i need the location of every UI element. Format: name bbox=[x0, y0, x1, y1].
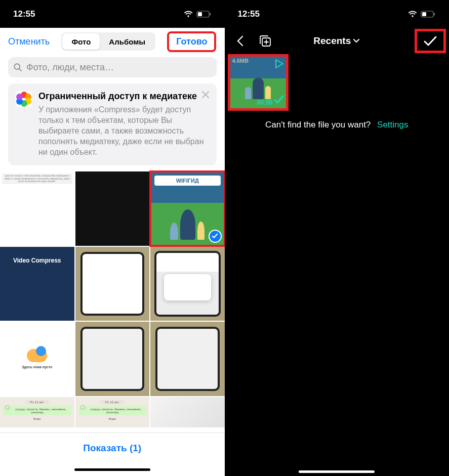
photo-picker-sheet: Отменить Фото Альбомы Готово Фото, люди,… bbox=[0, 28, 225, 476]
svg-rect-6 bbox=[422, 12, 426, 16]
status-time: 12:55 bbox=[238, 9, 260, 19]
search-input[interactable]: Фото, люди, места… bbox=[8, 57, 217, 77]
svg-line-4 bbox=[19, 69, 21, 71]
picker-nav: Отменить Фото Альбомы Готово bbox=[0, 28, 225, 55]
video-size: 4.6MB bbox=[232, 58, 249, 64]
card-text: У приложения «Compress» будет доступ тол… bbox=[38, 104, 210, 158]
home-indicator bbox=[225, 470, 450, 473]
segment-control[interactable]: Фото Альбомы bbox=[61, 32, 155, 51]
search-placeholder: Фото, люди, места… bbox=[26, 62, 114, 73]
add-collection-icon bbox=[259, 34, 272, 48]
chevron-down-icon bbox=[353, 38, 360, 44]
hint-row: Can't find the file you want? Settings bbox=[225, 120, 450, 130]
thumb[interactable]: Пт, 11 окт. огурцы, капуста, бананы, пел… bbox=[0, 397, 74, 427]
card-title: Ограниченный доступ к медиатеке bbox=[38, 91, 210, 102]
thumb[interactable]: Здесь пока пусто bbox=[0, 322, 74, 396]
check-icon bbox=[209, 230, 222, 243]
left-phone: 12:55 Отменить Фото Альбомы Готово Фото,… bbox=[0, 0, 225, 476]
video-thumb-selected[interactable]: 4.6MB 00:05 bbox=[228, 54, 289, 111]
home-indicator bbox=[0, 463, 225, 476]
done-button[interactable]: Готово bbox=[167, 31, 216, 52]
status-bar: 12:55 bbox=[0, 0, 225, 28]
svg-point-3 bbox=[14, 64, 20, 69]
play-icon bbox=[274, 59, 284, 71]
status-icons bbox=[183, 11, 212, 18]
thumb[interactable]: доступ только к тем объектам, которые Вы… bbox=[0, 171, 74, 246]
thumb[interactable] bbox=[75, 247, 150, 321]
search-icon bbox=[13, 63, 22, 72]
add-collection-button[interactable] bbox=[257, 33, 273, 49]
photos-app-icon bbox=[15, 91, 32, 108]
svg-rect-1 bbox=[198, 12, 202, 16]
thumb[interactable] bbox=[150, 397, 225, 427]
chevron-left-icon bbox=[236, 35, 243, 47]
recents-nav: Recents bbox=[225, 28, 450, 54]
hint-text: Can't find the file you want? bbox=[265, 120, 371, 129]
wifi-icon bbox=[183, 11, 193, 18]
svg-rect-2 bbox=[210, 13, 211, 15]
settings-link[interactable]: Settings bbox=[377, 120, 408, 129]
thumb-selected[interactable]: WIFIГИД bbox=[150, 171, 225, 246]
selected-check-icon bbox=[273, 94, 284, 107]
cancel-button[interactable]: Отменить bbox=[8, 36, 50, 47]
status-bar: 12:55 bbox=[225, 0, 450, 28]
status-time: 12:55 bbox=[13, 9, 35, 19]
video-duration: 00:05 bbox=[257, 99, 273, 106]
recents-body: 4.6MB 00:05 Can't find the file you want… bbox=[225, 54, 450, 476]
back-button[interactable] bbox=[232, 33, 248, 49]
check-icon bbox=[423, 35, 438, 47]
thumb[interactable] bbox=[150, 247, 225, 321]
close-icon bbox=[199, 89, 212, 101]
right-phone: 12:55 Recents 4.6MB bbox=[225, 0, 450, 476]
svg-rect-7 bbox=[434, 13, 435, 15]
thumb[interactable] bbox=[150, 322, 225, 396]
show-selected-button[interactable]: Показать (1) bbox=[0, 432, 225, 463]
wifi-icon bbox=[407, 11, 418, 18]
thumb[interactable] bbox=[75, 322, 150, 396]
close-button[interactable] bbox=[199, 89, 212, 101]
thumb[interactable]: Video Compress bbox=[0, 247, 74, 321]
segment-photo[interactable]: Фото bbox=[62, 33, 100, 50]
limited-access-card: Ограниченный доступ к медиатеке У прилож… bbox=[8, 83, 217, 165]
thumb[interactable] bbox=[75, 171, 150, 246]
battery-icon bbox=[196, 11, 212, 18]
segment-albums[interactable]: Альбомы bbox=[100, 33, 154, 50]
thumb[interactable]: Пт, 11 окт. огурцы, капуста, бананы, пел… bbox=[75, 397, 150, 427]
battery-icon bbox=[421, 11, 436, 18]
wifigid-logo: WIFIГИД bbox=[154, 176, 221, 186]
photo-grid: доступ только к тем объектам, которые Вы… bbox=[0, 171, 225, 432]
confirm-button[interactable] bbox=[415, 29, 446, 53]
status-icons bbox=[407, 11, 436, 18]
